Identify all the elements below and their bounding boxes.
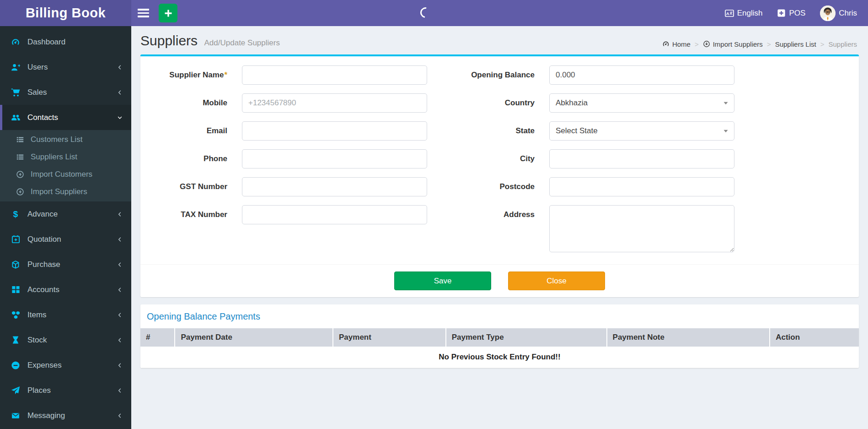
menu-toggle-button[interactable] — [131, 0, 155, 26]
payments-table-header-row: # Payment Date Payment Payment Type Paym… — [140, 328, 859, 347]
phone-label: Phone — [145, 149, 227, 163]
opening-balance-payments-panel: Opening Balance Payments # Payment Date … — [140, 304, 859, 368]
postcode-field[interactable] — [549, 177, 734, 196]
arrow-circle-down-icon — [703, 40, 710, 48]
breadcrumb-separator: > — [820, 40, 825, 48]
page-title: Suppliers — [140, 33, 198, 48]
cube-icon — [10, 260, 21, 269]
pos-button[interactable]: POS — [777, 9, 805, 18]
chevron-left-icon — [117, 261, 123, 268]
submenu-item-label: Import Suppliers — [31, 187, 87, 196]
breadcrumb: Home > Import Suppliers > Suppliers List… — [662, 40, 857, 48]
list-icon — [15, 153, 26, 161]
chevron-left-icon — [117, 312, 123, 318]
email-label: Email — [145, 121, 227, 136]
avatar — [820, 5, 836, 21]
city-field[interactable] — [549, 149, 734, 168]
dollar-icon: $ — [10, 210, 21, 219]
dashboard-icon — [10, 38, 21, 47]
arrow-circle-left-icon — [15, 188, 26, 196]
country-label: Country — [442, 93, 535, 108]
chevron-left-icon — [117, 211, 123, 217]
mobile-field[interactable] — [242, 93, 427, 113]
chevron-left-icon — [117, 387, 123, 394]
page-title-wrap: Suppliers Add/Update Suppliers — [140, 33, 280, 49]
sidebar-item-label: Expenses — [27, 361, 62, 370]
quick-add-button[interactable] — [159, 4, 177, 22]
breadcrumb-current: Suppliers — [828, 40, 857, 48]
gst-number-label: GST Number — [145, 177, 227, 191]
plus-icon — [164, 9, 173, 18]
sidebar-item-stock[interactable]: Stock — [0, 327, 131, 353]
sidebar-item-import-suppliers[interactable]: Import Suppliers — [0, 183, 131, 201]
chevron-left-icon — [117, 64, 123, 71]
address-field[interactable] — [549, 205, 734, 252]
submenu-item-label: Import Customers — [31, 170, 92, 179]
col-action: Action — [770, 328, 859, 347]
col-payment: Payment — [333, 328, 446, 347]
col-payment-type: Payment Type — [446, 328, 607, 347]
sidebar-item-expenses[interactable]: Expenses — [0, 353, 131, 378]
pos-label: POS — [789, 9, 805, 18]
sidebar-item-suppliers-list[interactable]: Suppliers List — [0, 148, 131, 166]
tax-number-field[interactable] — [242, 205, 427, 224]
sidebar-item-label: Dashboard — [27, 38, 65, 47]
col-payment-note: Payment Note — [607, 328, 770, 347]
sidebar-item-dashboard[interactable]: Dashboard — [0, 29, 131, 54]
page-subtitle: Add/Update Suppliers — [204, 38, 280, 47]
country-select[interactable]: Abkhazia — [549, 93, 734, 113]
breadcrumb-separator: > — [767, 40, 771, 48]
paper-plane-icon — [10, 386, 21, 395]
phone-field[interactable] — [242, 149, 427, 168]
sidebar-item-places[interactable]: Places — [0, 378, 131, 403]
supplier-form-panel: Supplier Name* Opening Balance Mobile Co… — [140, 54, 859, 297]
hamburger-icon — [138, 9, 149, 11]
language-menu[interactable]: A English — [725, 9, 763, 18]
save-button[interactable]: Save — [394, 272, 491, 290]
state-select[interactable]: Select State — [549, 121, 734, 141]
sidebar-item-advance[interactable]: $ Advance — [0, 201, 131, 227]
supplier-name-field[interactable] — [242, 65, 427, 85]
chevron-left-icon — [117, 337, 123, 343]
sidebar-item-quotation[interactable]: Quotation — [0, 227, 131, 252]
sidebar-item-users[interactable]: Users — [0, 54, 131, 80]
col-payment-date: Payment Date — [175, 328, 333, 347]
sidebar: Dashboard Users Sales Contacts Customers… — [0, 26, 131, 429]
tax-number-label: TAX Number — [145, 205, 227, 219]
sidebar-item-purchase[interactable]: Purchase — [0, 252, 131, 277]
opening-balance-label: Opening Balance — [442, 65, 535, 80]
navbar: A English POS — [131, 0, 868, 26]
state-label: State — [442, 121, 535, 136]
chevron-down-icon — [117, 114, 123, 121]
dashboard-icon — [662, 40, 670, 48]
breadcrumb-suppliers-list[interactable]: Suppliers List — [775, 40, 816, 48]
close-button[interactable]: Close — [508, 272, 605, 290]
opening-balance-field[interactable] — [549, 65, 734, 85]
app-logo[interactable]: Billing Book — [0, 0, 131, 26]
users-icon — [10, 113, 21, 122]
sidebar-item-items[interactable]: Items — [0, 302, 131, 327]
postcode-label: Postcode — [442, 177, 535, 191]
address-label: Address — [442, 205, 535, 219]
sidebar-item-customers-list[interactable]: Customers List — [0, 131, 131, 148]
sidebar-item-sales[interactable]: Sales — [0, 80, 131, 105]
breadcrumb-import-suppliers[interactable]: Import Suppliers — [703, 40, 763, 48]
breadcrumb-separator: > — [695, 40, 699, 48]
sidebar-item-label: Advance — [27, 210, 58, 219]
sidebar-item-import-customers[interactable]: Import Customers — [0, 166, 131, 183]
email-field[interactable] — [242, 121, 427, 141]
supplier-name-label: Supplier Name* — [145, 65, 227, 80]
sidebar-item-label: Contacts — [27, 113, 58, 122]
svg-text:A: A — [726, 11, 729, 16]
user-menu[interactable]: Chris — [820, 5, 857, 21]
gst-number-field[interactable] — [242, 177, 427, 196]
breadcrumb-home[interactable]: Home — [662, 40, 691, 48]
sidebar-item-messaging[interactable]: Messaging — [0, 403, 131, 428]
chevron-left-icon — [117, 362, 123, 369]
mobile-label: Mobile — [145, 93, 227, 108]
sidebar-item-contacts[interactable]: Contacts — [0, 105, 131, 130]
sidebar-item-accounts[interactable]: Accounts — [0, 277, 131, 302]
username: Chris — [839, 9, 857, 18]
required-asterisk: * — [224, 71, 227, 79]
sidebar-item-label: Purchase — [27, 260, 60, 269]
